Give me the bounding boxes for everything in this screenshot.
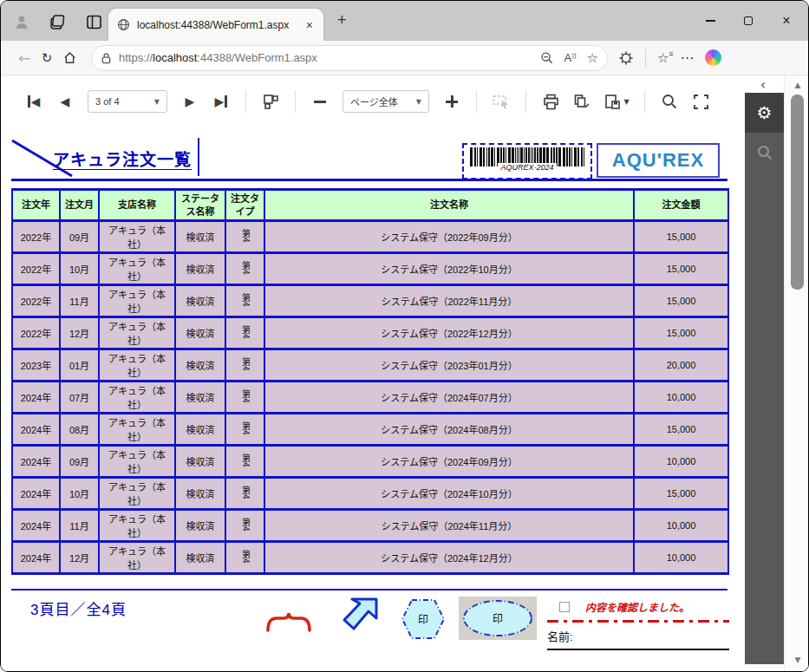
scroll-down-icon[interactable]: ▼ [785, 656, 809, 664]
cell-status: 検収済 [175, 510, 225, 542]
cell-type: 第4 [225, 349, 264, 382]
cell-amount: 10,000 [634, 446, 728, 478]
maximize-button[interactable] [742, 15, 754, 27]
previous-page-button[interactable]: ◀ [53, 88, 77, 114]
cell-name: システム保守（2024年11月分） [264, 510, 634, 542]
last-page-button[interactable]: ▶ [209, 88, 233, 114]
table-row: 2024年12月アキュラ（本社）検収済第4システム保守（2024年12月分）10… [12, 542, 728, 574]
confirm-checkbox [559, 602, 570, 612]
toolbar-separator [525, 90, 526, 113]
print-layout-button[interactable] [570, 88, 594, 114]
multipage-view-icon[interactable] [258, 88, 283, 114]
browser-tab[interactable]: localhost:44388/WebForm1.aspx × [108, 9, 323, 41]
hexagon-stamp: 印 [400, 597, 447, 641]
export-save-button[interactable]: ▼ [601, 88, 632, 114]
header-rule [11, 179, 727, 181]
signature-line [547, 649, 729, 650]
vertical-tabs-icon[interactable] [84, 12, 103, 31]
first-page-button[interactable]: ◀ [22, 88, 46, 114]
table-row: 2024年09月アキュラ（本社）検収済第4システム保守（2024年09月分）10… [12, 446, 728, 478]
cell-year: 2024年 [12, 542, 60, 574]
cell-amount: 15,000 [634, 414, 728, 446]
cell-amount: 10,000 [634, 382, 728, 414]
browser-window: localhost:44388/WebForm1.aspx × + × ← ↻ … [0, 0, 809, 672]
toolbar-separator [245, 90, 246, 113]
tab-strip: localhost:44388/WebForm1.aspx × + × [1, 1, 808, 41]
table-row: 2022年11月アキュラ（本社）検収済第4システム保守（2022年11月分）15… [12, 285, 728, 317]
next-page-button[interactable]: ▶ [178, 88, 202, 114]
cell-year: 2024年 [12, 414, 60, 446]
order-table: 注文年注文月支店名称ステータス名称注文タイプ注文名称注文金額 2022年09月ア… [11, 188, 727, 575]
cell-year: 2024年 [12, 510, 60, 542]
report-title: アキュラ注文一覧 [53, 147, 192, 170]
fullscreen-button[interactable] [688, 88, 713, 114]
scroll-up-icon[interactable]: ▲ [785, 81, 809, 89]
window-controls: × [704, 1, 801, 41]
new-tab-button[interactable]: + [337, 11, 347, 29]
cell-type: 第4 [225, 446, 264, 478]
pan-select-tool-icon [489, 88, 513, 114]
cell-year: 2022年 [12, 317, 60, 349]
toolbar-separator [295, 90, 296, 113]
cell-amount: 15,000 [634, 285, 728, 317]
cell-status: 検収済 [175, 253, 225, 285]
cell-month: 08月 [60, 414, 99, 446]
refresh-icon[interactable]: ↻ [36, 47, 58, 69]
panel-search-icon[interactable] [745, 133, 784, 173]
zoom-in-button[interactable] [440, 88, 464, 114]
print-button[interactable] [538, 88, 563, 114]
table-row: 2022年10月アキュラ（本社）検収済第4システム保守（2022年10月分）15… [12, 253, 728, 285]
scrollbar-thumb[interactable] [791, 95, 804, 290]
cell-month: 07月 [60, 382, 99, 414]
minimize-button[interactable] [704, 15, 716, 27]
back-icon[interactable]: ← [13, 47, 36, 69]
cell-type: 第4 [225, 542, 264, 574]
zoom-mode-select[interactable]: ページ全体▼ [343, 90, 429, 113]
cell-status: 検収済 [175, 542, 225, 574]
cell-type: 第4 [225, 382, 264, 414]
search-button[interactable] [657, 88, 682, 114]
report-viewer-toolbar: ◀ ◀ 3 of 4▼ ▶ ▶ ページ全体▼ [1, 75, 745, 127]
close-window-button[interactable]: × [780, 15, 793, 27]
page-indicator-select[interactable]: 3 of 4▼ [88, 90, 167, 113]
favorites-star-icon[interactable]: ☆ [587, 50, 598, 66]
favorites-bar-icon[interactable]: ☆≡ [657, 50, 669, 66]
workspaces-icon[interactable] [48, 12, 67, 31]
cell-branch: アキュラ（本社） [99, 221, 175, 253]
barcode-label: AQUREX-2024 [498, 163, 556, 172]
cell-status: 検収済 [175, 446, 225, 478]
cell-type: 第4 [225, 478, 264, 510]
tab-close-icon[interactable]: × [304, 18, 315, 32]
profile-avatar-icon[interactable] [12, 12, 31, 31]
cell-status: 検収済 [175, 221, 225, 253]
url-field[interactable]: https://localhost:44388/WebForm1.aspx A)… [91, 45, 608, 71]
barcode: AQUREX-2024 [462, 143, 592, 179]
table-row: 2024年07月アキュラ（本社）検収済第4システム保守（2024年07月分）10… [12, 382, 728, 414]
settings-more-icon[interactable]: ⋯ [680, 49, 694, 66]
extensions-icon[interactable] [618, 50, 634, 66]
page-number-label: 3頁目／全4頁 [30, 597, 127, 619]
home-icon[interactable] [58, 47, 81, 69]
column-header: 支店名称 [99, 190, 175, 221]
cell-amount: 15,000 [634, 478, 728, 510]
zoom-out-button[interactable] [308, 88, 332, 114]
footer-rule [11, 589, 727, 590]
cell-status: 検収済 [175, 317, 225, 349]
collapse-panel-chevron-icon[interactable]: ‹ [760, 77, 766, 93]
url-text: https://localhost:44388/WebForm1.aspx [119, 51, 533, 64]
settings-gear-icon[interactable]: ⚙ [745, 93, 784, 133]
cell-branch: アキュラ（本社） [99, 414, 175, 446]
title-divider-line [198, 138, 199, 176]
copilot-icon[interactable] [705, 49, 721, 66]
globe-icon [117, 18, 130, 31]
column-header: 注文名称 [264, 190, 634, 221]
cell-branch: アキュラ（本社） [99, 285, 175, 317]
toolbar-divider [645, 49, 646, 67]
vertical-scrollbar[interactable]: ▲ ▼ [784, 75, 809, 671]
cell-year: 2022年 [12, 285, 60, 317]
zoom-out-icon[interactable] [540, 51, 554, 65]
read-aloud-icon[interactable]: A)) [564, 51, 577, 64]
cell-year: 2022年 [12, 253, 60, 285]
lock-icon [101, 52, 112, 64]
cell-name: システム保守（2024年12月分） [264, 542, 634, 574]
